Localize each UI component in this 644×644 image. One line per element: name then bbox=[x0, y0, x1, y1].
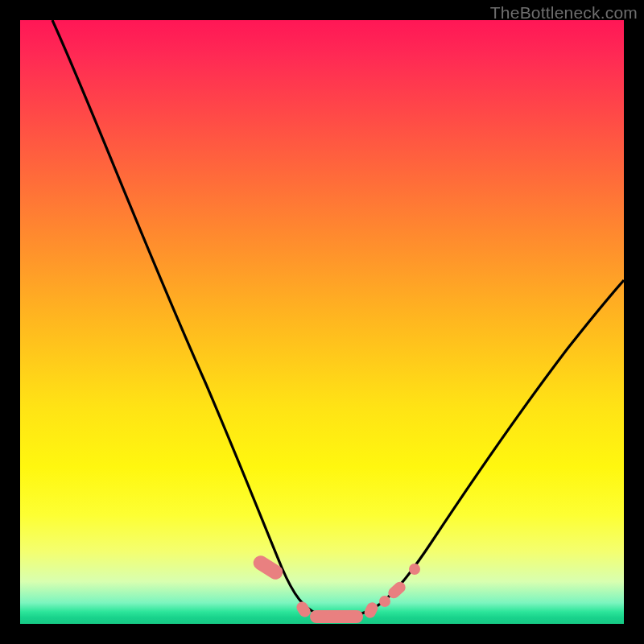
marker-group bbox=[250, 553, 420, 623]
marker-dot bbox=[409, 564, 420, 575]
marker-segment bbox=[310, 610, 363, 623]
marker-dot bbox=[379, 596, 390, 607]
plot-area bbox=[20, 20, 624, 624]
bottleneck-curve bbox=[52, 20, 624, 617]
chart-svg bbox=[20, 20, 624, 624]
watermark-text: TheBottleneck.com bbox=[490, 3, 638, 23]
chart-frame: TheBottleneck.com bbox=[0, 0, 644, 644]
marker-segment bbox=[250, 553, 285, 582]
marker-segment bbox=[295, 600, 312, 619]
marker-segment bbox=[362, 601, 379, 620]
